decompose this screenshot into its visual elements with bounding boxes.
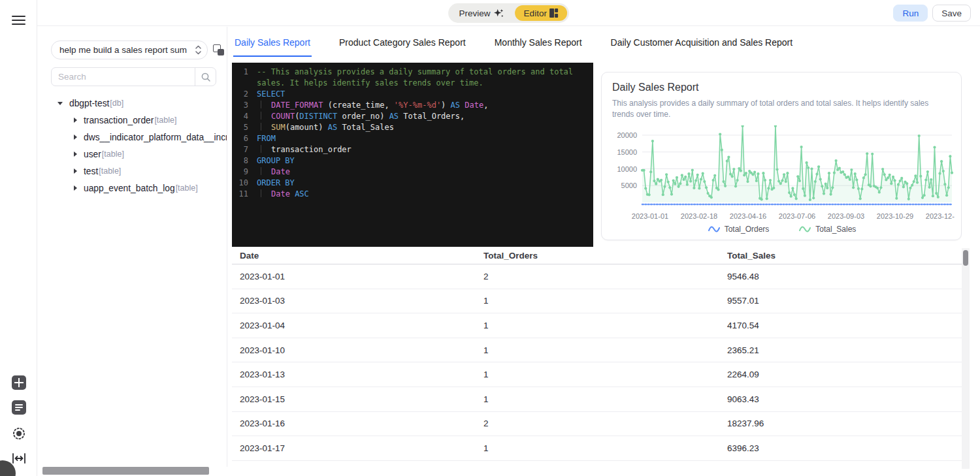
copy-icon[interactable]	[213, 44, 224, 56]
line-number: 9	[232, 167, 257, 178]
tab-daily-sales-report[interactable]: Daily Sales Report	[233, 28, 312, 57]
indent-guide	[261, 189, 271, 197]
line-number: 6	[232, 133, 257, 144]
table-cell: 2023-01-04	[232, 321, 476, 330]
table-cell: 2023-01-16	[232, 419, 476, 428]
tab-daily-customer-acquisition-and-sales-report[interactable]: Daily Customer Acquisition and Sales Rep…	[610, 28, 794, 57]
indent-guide	[261, 101, 271, 108]
svg-text:2023-10-29: 2023-10-29	[877, 212, 913, 220]
svg-text:2023-09-03: 2023-09-03	[828, 212, 864, 220]
legend-item-total_orders[interactable]: Total_Orders	[708, 225, 770, 234]
code-content: -- This analysis provides a daily summar…	[257, 67, 593, 89]
table-cell: 1	[476, 345, 719, 355]
table-row[interactable]: 2023-01-0319557.01	[232, 289, 962, 314]
code-line: 5SUM(amount) AS Total_Sales	[232, 122, 593, 133]
legend-item-total_sales[interactable]: Total_Sales	[799, 225, 856, 234]
sql-editor[interactable]: 1-- This analysis provides a daily summa…	[232, 63, 593, 247]
table-header-row: DateTotal_OrdersTotal_Sales	[232, 247, 962, 264]
table-cell: 9063.43	[719, 394, 962, 404]
table-row[interactable]: 2023-01-16218237.96	[232, 412, 962, 437]
tree-collapse-icon[interactable]	[74, 185, 77, 191]
tree-collapse-icon[interactable]	[74, 118, 77, 123]
search-icon	[201, 72, 211, 82]
line-number: 10	[232, 178, 257, 189]
run-button[interactable]: Run	[893, 5, 928, 22]
code-content: SELECT	[257, 89, 593, 100]
table-cell: 2023-01-13	[232, 370, 476, 379]
table-row[interactable]: 2023-01-1519063.43	[232, 387, 962, 412]
svg-text:15000: 15000	[617, 148, 637, 156]
line-number: 3	[232, 100, 257, 111]
tree-item-table[interactable]: user[table]	[38, 146, 227, 163]
code-line: 4COUNT(DISTINCT order_no) AS Total_Order…	[232, 111, 593, 122]
save-button[interactable]: Save	[932, 5, 971, 22]
tree-item-table[interactable]: test[table]	[38, 163, 227, 180]
table-cell: 2365.21	[719, 345, 962, 355]
code-line: 10ORDER BY	[232, 178, 593, 189]
tree-item-db[interactable]: dbgpt-test[db]	[38, 95, 227, 112]
h-scrollbar-thumb[interactable]	[42, 467, 209, 475]
table-cell: 2023-01-01	[232, 272, 476, 281]
tree-item-table[interactable]: dws__indicator_platform_data__incr[table…	[38, 129, 227, 146]
tree-item-table[interactable]: transaction_order[table]	[38, 112, 227, 129]
indent-guide	[261, 112, 271, 119]
code-line: 9Date	[232, 167, 593, 178]
line-number: 5	[232, 122, 257, 133]
legend-wave-icon	[708, 225, 720, 233]
resize-width-icon[interactable]	[11, 452, 27, 464]
report-tabs: Daily Sales ReportProduct Category Sales…	[233, 27, 980, 58]
tab-product-category-sales-report[interactable]: Product Category Sales Report	[338, 28, 467, 57]
line-number: 7	[232, 144, 257, 155]
table-cell: 1	[476, 443, 719, 453]
sparkles-icon	[493, 8, 504, 19]
table-cell: 9546.48	[719, 272, 962, 281]
tree-collapse-icon[interactable]	[74, 151, 77, 157]
database-sidebar: help me build a sales report sum dbgpt-t…	[38, 27, 227, 467]
table-cell: 2023-01-03	[232, 296, 476, 306]
report-list-icon[interactable]	[12, 400, 26, 415]
preview-button[interactable]: Preview	[450, 5, 514, 21]
table-row[interactable]: 2023-01-1012365.21	[232, 338, 962, 363]
chart-legend: Total_OrdersTotal_Sales	[612, 225, 952, 234]
tree-table-label: user	[84, 150, 101, 159]
search-button[interactable]	[195, 68, 216, 86]
table-cell: 2023-01-10	[232, 345, 476, 355]
theme-brightness-icon[interactable]	[10, 425, 27, 442]
table-cell: 2023-01-15	[232, 394, 476, 404]
svg-text:5000: 5000	[621, 182, 637, 189]
svg-text:2023-12-30: 2023-12-30	[926, 212, 955, 220]
tree-table-label: test	[84, 167, 98, 176]
table-row[interactable]: 2023-01-1716396.23	[232, 436, 962, 461]
sidebar-horizontal-scrollbar[interactable]	[38, 466, 227, 475]
code-content: DATE_FORMAT (create_time, '%Y-%m-%d') AS…	[257, 100, 593, 111]
line-number: 2	[232, 89, 257, 100]
tree-expand-icon[interactable]	[57, 102, 63, 105]
v-scrollbar-thumb[interactable]	[963, 250, 968, 266]
tab-monthly-sales-report[interactable]: Monthly Sales Report	[493, 28, 583, 57]
table-cell: 1	[476, 296, 719, 306]
prompt-select-value: help me build a sales report sum	[59, 45, 195, 55]
left-icon-rail	[0, 0, 37, 476]
line-number: 8	[232, 155, 257, 167]
table-cell: 1	[476, 321, 719, 330]
editor-button[interactable]: Editor	[515, 5, 568, 21]
code-line: 11Date ASC	[232, 189, 593, 200]
sales-line-chart[interactable]: 50001000015000200002023-01-012023-02-182…	[612, 125, 955, 223]
search-input[interactable]	[52, 68, 195, 86]
grid-layout-icon[interactable]	[12, 375, 26, 390]
tree-item-table[interactable]: uapp_event_batch_log[table]	[38, 180, 227, 197]
svg-text:10000: 10000	[617, 165, 637, 173]
tree-collapse-icon[interactable]	[74, 135, 77, 140]
preview-label: Preview	[459, 8, 491, 18]
table-row[interactable]: 2023-01-0129546.48	[232, 264, 962, 289]
table-row[interactable]: 2023-01-1312264.09	[232, 362, 962, 387]
code-line: 2SELECT	[232, 89, 593, 100]
tree-table-tag: [table]	[102, 150, 124, 159]
table-vertical-scrollbar[interactable]	[962, 248, 970, 469]
prompt-select[interactable]: help me build a sales report sum	[51, 40, 208, 59]
tree-collapse-icon[interactable]	[74, 168, 77, 174]
menu-icon[interactable]	[12, 16, 25, 26]
table-row[interactable]: 2023-01-0414170.54	[232, 313, 962, 338]
table-cell: 2023-01-17	[232, 443, 476, 453]
table-cell: 9557.01	[719, 296, 962, 306]
